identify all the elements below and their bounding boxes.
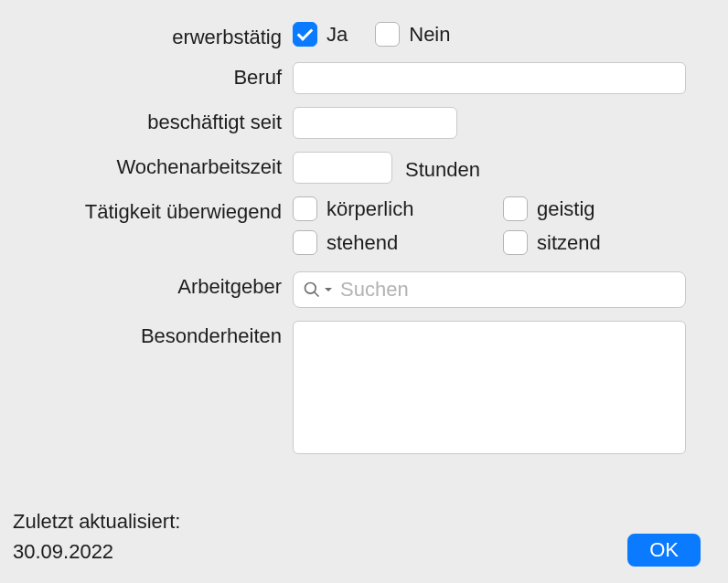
employer-label: Arbeitgeber	[0, 271, 293, 299]
chevron-down-icon	[324, 285, 333, 294]
svg-line-1	[315, 292, 319, 297]
employer-search-input[interactable]	[340, 278, 685, 302]
mental-checkbox[interactable]	[503, 196, 528, 221]
employed-label: erwerbstätig	[0, 22, 293, 49]
last-updated: Zuletzt aktualisiert: 30.09.2022	[13, 506, 180, 567]
employed-since-label: beschäftigt seit	[0, 107, 293, 134]
hours-unit-label: Stunden	[405, 154, 480, 182]
last-updated-date: 30.09.2022	[13, 536, 180, 567]
notes-textarea[interactable]	[293, 321, 686, 454]
occupation-input[interactable]	[293, 62, 686, 94]
activity-mainly-label: Tätigkeit überwiegend	[0, 196, 293, 224]
employed-since-input[interactable]	[293, 107, 457, 139]
employed-no-checkbox[interactable]	[375, 22, 400, 47]
employed-yes-label: Ja	[327, 22, 348, 47]
weekly-hours-label: Wochenarbeitszeit	[0, 152, 293, 179]
last-updated-label: Zuletzt aktualisiert:	[13, 506, 180, 536]
search-icon	[303, 281, 321, 299]
occupation-label: Beruf	[0, 62, 293, 90]
mental-label: geistig	[537, 197, 595, 221]
employer-search-field[interactable]	[293, 271, 686, 308]
physical-label: körperlich	[327, 197, 413, 221]
sitting-checkbox[interactable]	[503, 230, 528, 255]
employed-yes-checkbox[interactable]	[293, 22, 317, 47]
svg-point-0	[305, 283, 316, 294]
ok-button[interactable]: OK	[627, 534, 701, 567]
notes-label: Besonderheiten	[0, 321, 293, 348]
physical-checkbox[interactable]	[293, 196, 317, 221]
sitting-label: sitzend	[537, 231, 601, 255]
standing-label: stehend	[327, 231, 398, 255]
employed-no-label: Nein	[409, 22, 450, 47]
weekly-hours-input[interactable]	[293, 152, 392, 184]
standing-checkbox[interactable]	[293, 230, 317, 255]
